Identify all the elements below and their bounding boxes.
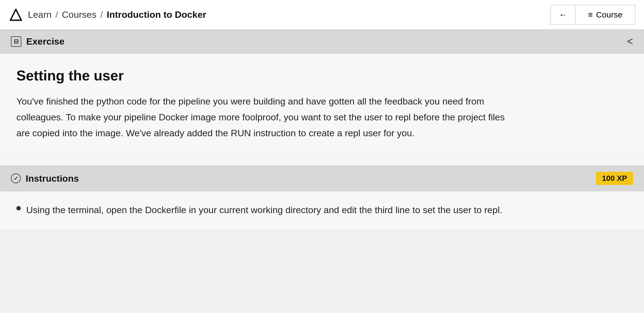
- header-left: Learn / Courses / Introduction to Docker: [9, 8, 206, 22]
- instructions-header-left: ✓ Instructions: [11, 173, 79, 184]
- bullet-icon: [16, 206, 21, 210]
- main-content: ⊟ Exercise < Setting the user You've fin…: [0, 30, 644, 229]
- instructions-content: Using the terminal, open the Dockerfile …: [0, 191, 644, 229]
- instruction-text: Using the terminal, open the Dockerfile …: [26, 202, 502, 218]
- exercise-title: Setting the user: [16, 67, 628, 84]
- exercise-icon: ⊟: [11, 36, 21, 47]
- exercise-label: Exercise: [26, 36, 64, 47]
- breadcrumb-learn[interactable]: Learn: [28, 9, 52, 20]
- exercise-body: You've finished the python code for the …: [16, 94, 508, 141]
- header-right: ← ≡ Course: [551, 5, 635, 25]
- check-icon: ✓: [11, 173, 21, 183]
- collapse-icon[interactable]: <: [627, 36, 633, 47]
- course-button-label: Course: [596, 10, 622, 19]
- back-button[interactable]: ←: [551, 5, 575, 25]
- list-item: Using the terminal, open the Dockerfile …: [16, 202, 508, 218]
- instructions-section-header: ✓ Instructions 100 XP: [0, 166, 644, 191]
- header: Learn / Courses / Introduction to Docker…: [0, 0, 644, 30]
- course-menu-icon: ≡: [588, 10, 593, 19]
- logo-icon: [9, 8, 23, 22]
- course-menu-button[interactable]: ≡ Course: [575, 5, 635, 25]
- exercise-content: Setting the user You've finished the pyt…: [0, 54, 644, 155]
- breadcrumb: Learn / Courses / Introduction to Docker: [28, 9, 206, 20]
- breadcrumb-current: Introduction to Docker: [107, 9, 206, 20]
- exercise-section-header: ⊟ Exercise <: [0, 30, 644, 54]
- exercise-header-left: ⊟ Exercise: [11, 36, 64, 47]
- breadcrumb-courses[interactable]: Courses: [62, 9, 96, 20]
- breadcrumb-sep1: /: [55, 9, 58, 20]
- breadcrumb-sep2: /: [100, 9, 103, 20]
- instructions-label: Instructions: [26, 173, 79, 184]
- instructions-list: Using the terminal, open the Dockerfile …: [16, 202, 628, 218]
- xp-badge: 100 XP: [596, 172, 633, 185]
